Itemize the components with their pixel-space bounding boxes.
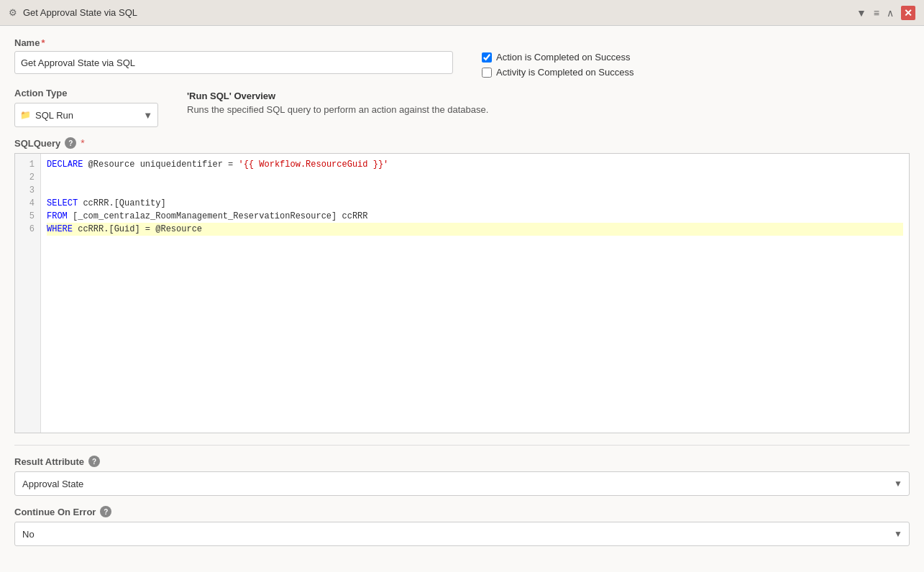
action-type-select-wrapper: 📁 SQL Run ▼	[14, 103, 158, 127]
continue-help-icon[interactable]: ?	[100, 506, 111, 517]
sql-label-row: SQLQuery ? *	[14, 137, 910, 149]
title-bar: ⚙ Get Approval State via SQL ▼ ≡ ∧ ✕	[0, 0, 924, 26]
activity-completed-checkbox[interactable]	[482, 68, 492, 78]
code-line-4: SELECT ccRRR.[Quantity]	[47, 197, 903, 210]
action-type-label: Action Type	[14, 88, 158, 98]
continue-label-row: Continue On Error ?	[14, 506, 910, 517]
line-num-1: 1	[15, 158, 40, 171]
result-dropdown-wrapper: Approval State ▼	[14, 471, 910, 496]
continue-dropdown[interactable]: No Yes	[14, 522, 910, 546]
code-content[interactable]: DECLARE @Resource uniqueidentifier = '{{…	[41, 154, 909, 433]
code-line-5: FROM [_com_centralaz_RoomManagement_Rese…	[47, 210, 903, 223]
continue-dropdown-wrapper: No Yes ▼	[14, 522, 910, 546]
code-line-1: DECLARE @Resource uniqueidentifier = '{{…	[47, 158, 903, 171]
code-line-6: WHERE ccRRR.[Guid] = @Resource	[47, 223, 903, 236]
code-editor[interactable]: 1 2 3 4 5 6 DECLARE @Resource uniqueiden…	[14, 153, 910, 433]
menu-icon[interactable]: ≡	[874, 7, 879, 19]
filter-icon[interactable]: ▼	[856, 7, 866, 19]
action-completed-label: Action is Completed on Success	[496, 52, 630, 63]
action-completed-row: Action is Completed on Success	[482, 52, 633, 63]
divider	[14, 445, 910, 446]
line-num-2: 2	[15, 171, 40, 184]
name-checkboxes-row: Name* Action is Completed on Success Act…	[14, 37, 910, 78]
activity-completed-label: Activity is Completed on Success	[496, 67, 633, 78]
action-type-group: Action Type 📁 SQL Run ▼	[14, 88, 158, 127]
window-title: Get Approval State via SQL	[23, 7, 137, 18]
overview-desc: Runs the specified SQL query to perform …	[187, 104, 488, 115]
result-dropdown[interactable]: Approval State	[14, 471, 910, 496]
name-required: *	[41, 37, 45, 48]
action-completed-checkbox[interactable]	[482, 52, 492, 63]
title-bar-actions: ▼ ≡ ∧ ✕	[856, 6, 915, 20]
sql-section: SQLQuery ? * 1 2 3 4 5 6 DECLARE @Resour…	[14, 137, 910, 433]
result-help-icon[interactable]: ?	[88, 456, 100, 467]
line-numbers: 1 2 3 4 5 6	[15, 154, 41, 433]
code-line-3	[47, 184, 903, 197]
name-label: Name*	[14, 37, 453, 48]
sql-help-icon[interactable]: ?	[65, 137, 76, 149]
line-num-3: 3	[15, 184, 40, 197]
title-bar-left: ⚙ Get Approval State via SQL	[9, 7, 137, 18]
collapse-icon[interactable]: ∧	[887, 7, 894, 19]
close-button[interactable]: ✕	[901, 6, 915, 20]
action-type-select[interactable]: SQL Run	[14, 103, 158, 127]
overview-title: 'Run SQL' Overview	[187, 91, 488, 101]
result-label: Result Attribute	[14, 456, 84, 467]
action-type-section: Action Type 📁 SQL Run ▼ 'Run SQL' Overvi…	[14, 88, 910, 127]
continue-section: Continue On Error ? No Yes ▼	[14, 506, 910, 546]
activity-completed-row: Activity is Completed on Success	[482, 67, 633, 78]
sql-label: SQLQuery	[14, 138, 60, 149]
name-input[interactable]	[14, 51, 453, 74]
main-content: Name* Action is Completed on Success Act…	[0, 26, 924, 572]
line-num-6: 6	[15, 223, 40, 236]
line-num-4: 4	[15, 197, 40, 210]
overview-panel: 'Run SQL' Overview Runs the specified SQ…	[187, 88, 488, 115]
gear-icon: ⚙	[9, 7, 17, 18]
result-section: Result Attribute ? Approval State ▼	[14, 456, 910, 496]
name-group: Name*	[14, 37, 453, 78]
line-num-5: 5	[15, 210, 40, 223]
code-line-2	[47, 171, 903, 184]
result-label-row: Result Attribute ?	[14, 456, 910, 467]
continue-label: Continue On Error	[14, 507, 96, 517]
checkboxes-panel: Action is Completed on Success Activity …	[482, 37, 633, 78]
sql-required: *	[81, 137, 84, 149]
